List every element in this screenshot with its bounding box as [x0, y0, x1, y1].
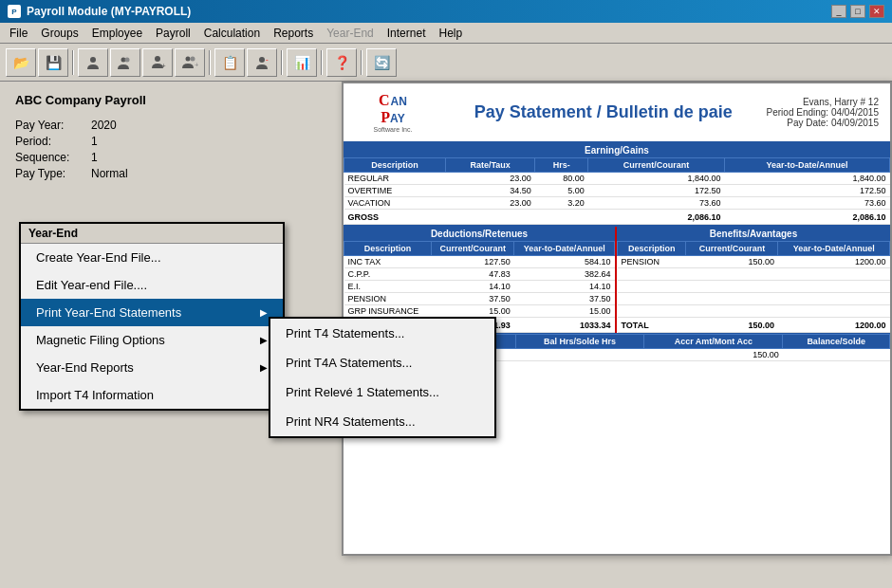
paytype-row: Pay Type: Normal	[15, 167, 345, 180]
ded-col-ytd: Year-to-Date/Annuel	[514, 242, 615, 256]
svg-text:-: -	[266, 55, 269, 64]
pay-year-value: 2020	[91, 119, 117, 132]
period-ending-label: Period Ending:	[767, 107, 829, 118]
table-row: PENSION 37.50 37.50	[344, 293, 615, 305]
table-row: E.I. 14.10 14.10	[344, 281, 615, 293]
accum-balance-0	[783, 349, 890, 361]
earnings-table: Description Rate/Taux Hrs- Current/Coura…	[344, 157, 890, 225]
col-hrs: Hrs-	[535, 158, 588, 173]
toolbar-help[interactable]: ❓	[326, 48, 357, 77]
toolbar-employee1[interactable]	[78, 48, 108, 77]
sequence-row: Sequence: 1	[15, 151, 345, 164]
ded-total-ytd: 1033.34	[514, 318, 615, 333]
pay-date-label: Pay Date:	[787, 118, 828, 128]
toolbar-sep3	[281, 50, 283, 75]
ben-current-0: 150.00	[686, 256, 778, 268]
employee-name: Evans, Harry # 12	[767, 97, 879, 107]
svg-point-8	[259, 57, 265, 63]
earn-hrs-2: 3.20	[535, 197, 588, 210]
toolbar-employee3[interactable]: +	[142, 48, 173, 77]
svg-point-5	[186, 56, 191, 61]
menu-edit-yearend[interactable]: Edit Year-end File....	[21, 271, 283, 299]
benefits-section: Benefits/Avantages Description Current/C…	[617, 227, 890, 333]
ded-current-2: 14.10	[432, 281, 514, 293]
menu-groups[interactable]: Groups	[35, 25, 84, 42]
period-row: Period: 1	[15, 135, 345, 148]
app-icon: P	[8, 5, 21, 18]
ded-desc-4: GRP INSURANCE	[344, 305, 432, 318]
menu-reports[interactable]: Reports	[268, 25, 319, 42]
ps-title-section: Pay Statement / Bulletin de paie	[440, 102, 767, 122]
earn-hrs-1: 5.00	[535, 185, 588, 197]
svg-text:+: +	[161, 62, 166, 70]
pay-year-label: Pay Year:	[15, 119, 91, 132]
earn-rate-2: 23.00	[446, 197, 535, 210]
ben-col-current: Current/Courant	[686, 242, 778, 256]
yearend-menu: Year-End Create Year-End File... Edit Ye…	[19, 222, 285, 411]
ben-total-row: TOTAL 150.00 1200.00	[618, 318, 890, 333]
period-label: Period:	[15, 135, 91, 148]
main-content: ABC Company Payroll Pay Year: 2020 Perio…	[0, 82, 892, 588]
ded-ytd-2: 14.10	[514, 281, 615, 293]
period-ending-value: 04/04/2015	[831, 107, 879, 118]
ps-header: C AN P AY Software Inc. Pay Statement / …	[344, 83, 890, 143]
toolbar-report[interactable]: 📊	[287, 48, 317, 77]
close-button[interactable]: ✕	[869, 5, 884, 18]
menu-create-yearend[interactable]: Create Year-End File...	[21, 244, 283, 271]
svg-text:+: +	[195, 61, 198, 69]
ded-current-1: 47.83	[432, 268, 514, 281]
toolbar-employee4[interactable]: +	[175, 48, 205, 77]
table-row: INC TAX 127.50 584.10	[344, 256, 615, 268]
col-description: Description	[344, 158, 446, 173]
submenu-releve1[interactable]: Print Relevé 1 Statements...	[270, 377, 494, 407]
toolbar-open[interactable]: 📂	[6, 48, 36, 77]
table-row	[618, 281, 890, 293]
menu-help[interactable]: Help	[433, 25, 468, 42]
menu-yearend[interactable]: Year-End	[321, 25, 380, 42]
ded-current-3: 37.50	[432, 293, 514, 305]
toolbar-employee2[interactable]	[110, 48, 140, 77]
menu-calculation[interactable]: Calculation	[198, 25, 266, 42]
col-rate: Rate/Taux	[446, 158, 535, 173]
paytype-label: Pay Type:	[15, 167, 91, 180]
menu-employee[interactable]: Employee	[86, 25, 148, 42]
earnings-header: Earning/Gains	[344, 143, 890, 157]
maximize-button[interactable]: □	[850, 5, 865, 18]
submenu-nr4[interactable]: Print NR4 Statements...	[270, 407, 494, 436]
ded-desc-3: PENSION	[344, 293, 432, 305]
toolbar-save[interactable]: 💾	[38, 48, 68, 77]
table-row: VACATION 23.00 3.20 73.60 73.60	[344, 197, 890, 210]
accum-col-2: Bal Hrs/Solde Hrs	[515, 335, 644, 349]
toolbar-employee5[interactable]: -	[247, 48, 277, 77]
accum-col-4: Balance/Solde	[783, 335, 890, 349]
menu-magnetic-filing[interactable]: Magnetic Filing Options ▶	[21, 326, 283, 354]
reports-arrow: ▶	[260, 362, 268, 373]
menu-internet[interactable]: Internet	[381, 25, 432, 42]
menu-yearend-reports[interactable]: Year-End Reports ▶	[21, 354, 283, 381]
earn-desc-0: REGULAR	[344, 173, 446, 185]
window-title: Payroll Module (MY-PAYROLL)	[27, 5, 191, 18]
ded-ytd-3: 37.50	[514, 293, 615, 305]
toolbar: 📂 💾 + + 📋 - 📊 ❓ 🔄	[0, 44, 892, 82]
toolbar-refresh[interactable]: 🔄	[366, 48, 397, 77]
svg-point-3	[155, 56, 160, 62]
canpay-logo: C AN P AY Software Inc.	[355, 91, 431, 134]
gross-row: GROSS 2,086.10 2,086.10	[344, 210, 890, 225]
menu-import-t4[interactable]: Import T4 Information	[21, 381, 283, 409]
toolbar-sep1	[72, 50, 74, 75]
menu-payroll[interactable]: Payroll	[150, 25, 196, 42]
table-row	[618, 268, 890, 281]
earn-ytd-0: 1,840.00	[724, 173, 889, 185]
submenu-t4[interactable]: Print T4 Statements...	[270, 319, 494, 348]
menu-file[interactable]: File	[4, 25, 33, 42]
ded-ytd-1: 382.64	[514, 268, 615, 281]
toolbar-sep2	[209, 50, 211, 75]
earn-rate-0: 23.00	[446, 173, 535, 185]
minimize-button[interactable]: _	[831, 5, 846, 18]
toolbar-document[interactable]: 📋	[214, 48, 245, 77]
pay-year-row: Pay Year: 2020	[15, 119, 345, 132]
menu-print-yearend[interactable]: Print Year-End Statements ▶	[21, 299, 283, 326]
submenu-t4a[interactable]: Print T4A Statements...	[270, 348, 494, 377]
earn-rate-1: 34.50	[446, 185, 535, 197]
magnetic-arrow: ▶	[260, 335, 268, 345]
